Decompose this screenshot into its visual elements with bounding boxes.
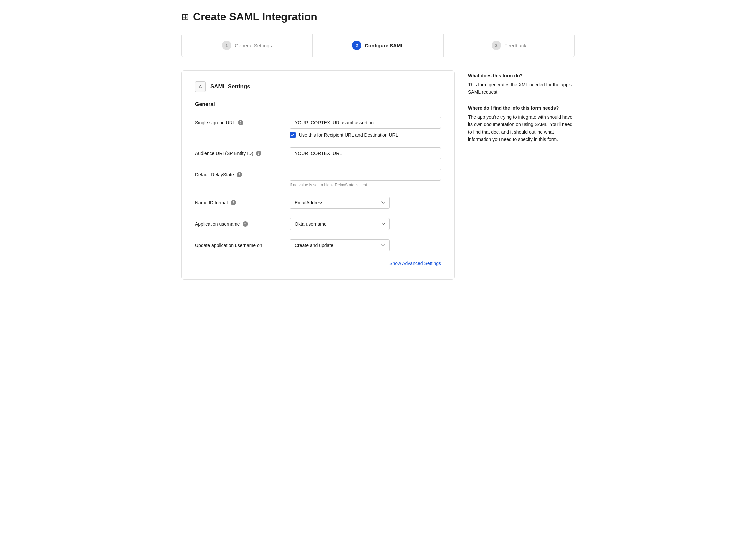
sidebar-q2: Where do I find the info this form needs… [468,105,575,111]
app-username-select[interactable]: Okta username Email AD SAM Account Name … [290,218,390,230]
update-username-input-col: Create and update Create only [290,239,441,251]
app-username-input-col: Okta username Email AD SAM Account Name … [290,218,441,230]
update-username-select[interactable]: Create and update Create only [290,239,390,251]
sidebar-section-2: Where do I find the info this form needs… [468,105,575,143]
relay-state-label: Default RelayState ? [195,169,282,177]
recipient-url-checkbox-label: Use this for Recipient URL and Destinati… [299,132,398,138]
audience-uri-help-icon[interactable]: ? [256,151,261,156]
page-title-container: ⊞ Create SAML Integration [181,11,575,23]
name-id-format-label: Name ID format ? [195,197,282,205]
sidebar-a2: The app you're trying to integrate with … [468,113,575,143]
relay-state-help-icon[interactable]: ? [237,172,242,177]
section-title: SAML Settings [210,83,250,90]
general-label: General [195,101,441,107]
sidebar-a1: This form generates the XML needed for t… [468,81,575,96]
update-username-row: Update application username on Create an… [195,239,441,251]
show-advanced-settings-link[interactable]: Show Advanced Settings [389,261,441,266]
audience-uri-input-col [290,147,441,159]
name-id-format-select[interactable]: EmailAddress Unspecified x509SubjectName… [290,197,390,209]
sso-url-label: Single sign-on URL ? [195,117,282,125]
form-card: A SAML Settings General Single sign-on U… [181,70,455,280]
step-3-number: 3 [492,41,501,50]
section-header: A SAML Settings [195,81,441,92]
update-username-label: Update application username on [195,239,282,248]
step-1-label: General Settings [235,43,272,48]
audience-uri-row: Audience URI (SP Entity ID) ? [195,147,441,159]
advanced-settings-container: Show Advanced Settings [195,261,441,266]
sso-url-checkbox-row: Use this for Recipient URL and Destinati… [290,132,441,138]
sso-url-row: Single sign-on URL ? Use this for Recipi… [195,117,441,138]
section-badge: A [195,81,206,92]
page-title: Create SAML Integration [193,11,317,23]
name-id-format-help-icon[interactable]: ? [231,200,236,205]
stepper-step-2[interactable]: 2 Configure SAML [313,34,444,57]
step-2-number: 2 [352,41,361,50]
relay-state-input-col: If no value is set, a blank RelayState i… [290,169,441,187]
relay-state-input[interactable] [290,169,441,181]
stepper-step-1[interactable]: 1 General Settings [182,34,313,57]
page-title-icon: ⊞ [181,11,189,22]
sso-url-input[interactable] [290,117,441,129]
recipient-url-checkbox[interactable] [290,132,296,138]
step-1-number: 1 [222,41,231,50]
name-id-format-row: Name ID format ? EmailAddress Unspecifie… [195,197,441,209]
app-username-label: Application username ? [195,218,282,227]
relay-state-hint: If no value is set, a blank RelayState i… [290,183,441,187]
sidebar-q1: What does this form do? [468,73,575,78]
audience-uri-label: Audience URI (SP Entity ID) ? [195,147,282,156]
main-layout: A SAML Settings General Single sign-on U… [181,70,575,280]
stepper-step-3[interactable]: 3 Feedback [444,34,574,57]
sso-url-help-icon[interactable]: ? [238,120,243,125]
sidebar-section-1: What does this form do? This form genera… [468,73,575,96]
app-username-help-icon[interactable]: ? [243,221,248,227]
step-3-label: Feedback [504,43,526,48]
sidebar: What does this form do? This form genera… [468,70,575,152]
app-username-row: Application username ? Okta username Ema… [195,218,441,230]
stepper: 1 General Settings 2 Configure SAML 3 Fe… [181,34,575,57]
name-id-format-input-col: EmailAddress Unspecified x509SubjectName… [290,197,441,209]
step-2-label: Configure SAML [365,43,404,48]
relay-state-row: Default RelayState ? If no value is set,… [195,169,441,187]
sso-url-input-col: Use this for Recipient URL and Destinati… [290,117,441,138]
audience-uri-input[interactable] [290,147,441,159]
